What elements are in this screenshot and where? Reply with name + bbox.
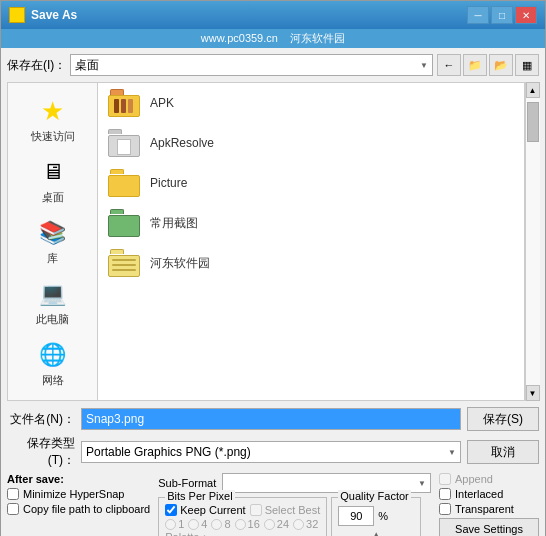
new-folder-button[interactable]: 📂 (489, 54, 513, 76)
folder-up-button[interactable]: 📁 (463, 54, 487, 76)
file-list-scroll: APK ApkResolve (98, 83, 524, 400)
copy-path-option[interactable]: Copy file path to clipboard (7, 503, 150, 515)
back-button[interactable]: ← (437, 54, 461, 76)
sidebar-item-label-network: 网络 (42, 373, 64, 388)
view-button[interactable]: ▦ (515, 54, 539, 76)
after-save-label: After save: (7, 473, 150, 485)
middle-section: Sub-Format ▼ Bits Per Pixel Keep Curren (158, 473, 431, 536)
file-name-hedong: 河东软件园 (150, 255, 210, 272)
bits-1-option[interactable]: 1 (165, 518, 184, 530)
minimize-option[interactable]: Minimize HyperSnap (7, 488, 150, 500)
palette-label-row: Palette： (165, 530, 320, 536)
maximize-button[interactable]: □ (491, 6, 513, 24)
quality-unit: % (378, 510, 388, 522)
list-item[interactable]: 河东软件园 (98, 243, 524, 283)
quick-access-icon: ★ (37, 95, 69, 127)
bits-4-radio[interactable] (188, 519, 199, 530)
quality-group: Quality Factor % ▲ ▼ (331, 497, 421, 536)
watermark-text: www.pc0359.cn (201, 32, 278, 44)
bits-24-option[interactable]: 24 (264, 518, 289, 530)
sidebar-item-label-desktop: 桌面 (42, 190, 64, 205)
save-button[interactable]: 保存(S) (467, 407, 539, 431)
bits-8-option[interactable]: 8 (211, 518, 230, 530)
quality-input[interactable] (338, 506, 374, 526)
sidebar-item-this-pc[interactable]: 💻 此电脑 (15, 274, 91, 331)
right-options: Append Interlaced Transparent Save Setti… (439, 473, 539, 536)
location-bar: 保存在(I)： 桌面 ▼ ← 📁 📂 ▦ (7, 54, 539, 76)
append-checkbox[interactable] (439, 473, 451, 485)
location-combo[interactable]: 桌面 ▼ (70, 54, 433, 76)
folder-picture-icon (108, 169, 140, 197)
scroll-up-button[interactable]: ▲ (526, 82, 540, 98)
location-value: 桌面 (75, 57, 99, 74)
save-settings-button[interactable]: Save Settings (439, 518, 539, 536)
bits-32-label: 32 (306, 518, 318, 530)
file-name-screenshot: 常用截图 (150, 215, 198, 232)
file-name-picture: Picture (150, 176, 187, 190)
interlaced-checkbox[interactable] (439, 488, 451, 500)
filetype-combo[interactable]: Portable Graphics PNG (*.png) ▼ (81, 441, 461, 463)
list-item[interactable]: APK (98, 83, 524, 123)
transparent-checkbox[interactable] (439, 503, 451, 515)
slider-up-button[interactable]: ▲ (372, 530, 380, 536)
bits-32-option[interactable]: 32 (293, 518, 318, 530)
bits-32-radio[interactable] (293, 519, 304, 530)
cancel-button[interactable]: 取消 (467, 440, 539, 464)
bits-24-radio[interactable] (264, 519, 275, 530)
sidebar-item-label-quick-access: 快速访问 (31, 129, 75, 144)
sidebar-item-quick-access[interactable]: ★ 快速访问 (15, 91, 91, 148)
keep-current-checkbox[interactable] (165, 504, 177, 516)
list-item[interactable]: ApkResolve (98, 123, 524, 163)
form-area: 文件名(N)： 保存(S) 保存类型(T)： Portable Graphics… (7, 407, 539, 469)
bits-16-label: 16 (248, 518, 260, 530)
scroll-track (526, 98, 540, 385)
scroll-down-button[interactable]: ▼ (526, 385, 540, 401)
file-list-area: APK ApkResolve (97, 82, 525, 401)
filetype-label: 保存类型(T)： (7, 435, 75, 469)
subformat-label: Sub-Format (158, 477, 216, 489)
palette-section: Palette： Optimized Std. Windows (165, 530, 320, 536)
location-arrow-icon: ▼ (420, 61, 428, 70)
folder-hedong-icon (108, 249, 140, 277)
list-item[interactable]: Picture (98, 163, 524, 203)
bits-4-label: 4 (201, 518, 207, 530)
bits-group: Bits Per Pixel Keep Current Select Best (158, 497, 327, 536)
after-save-options: After save: Minimize HyperSnap Copy file… (7, 473, 150, 515)
filename-label: 文件名(N)： (7, 411, 75, 428)
list-item[interactable]: 常用截图 (98, 203, 524, 243)
bits-legend: Bits Per Pixel (165, 490, 234, 502)
transparent-option[interactable]: Transparent (439, 503, 539, 515)
toolbar-icons: ← 📁 📂 ▦ (437, 54, 539, 76)
sidebar-item-library[interactable]: 📚 库 (15, 213, 91, 270)
keep-current-check[interactable]: Keep Current (165, 504, 245, 516)
sidebar: ★ 快速访问 🖥 桌面 📚 库 💻 此电脑 🌐 网络 (7, 82, 97, 401)
append-label: Append (455, 473, 493, 485)
title-bar-left: Save As (9, 7, 77, 23)
append-option[interactable]: Append (439, 473, 539, 485)
filetype-row: 保存类型(T)： Portable Graphics PNG (*.png) ▼… (7, 435, 539, 469)
bits-quality-row: Bits Per Pixel Keep Current Select Best (158, 497, 431, 536)
minimize-checkbox[interactable] (7, 488, 19, 500)
bits-4-option[interactable]: 4 (188, 518, 207, 530)
sidebar-item-label-library: 库 (47, 251, 58, 266)
sidebar-item-network[interactable]: 🌐 网络 (15, 335, 91, 392)
scroll-thumb[interactable] (527, 102, 539, 142)
interlaced-option[interactable]: Interlaced (439, 488, 539, 500)
minimize-label: Minimize HyperSnap (23, 488, 124, 500)
close-button[interactable]: ✕ (515, 6, 537, 24)
title-bar: Save As ─ □ ✕ (1, 1, 545, 29)
select-best-checkbox[interactable] (250, 504, 262, 516)
folder-screenshot-icon (108, 209, 140, 237)
filename-input[interactable] (81, 408, 461, 430)
bits-16-radio[interactable] (235, 519, 246, 530)
filename-row: 文件名(N)： 保存(S) (7, 407, 539, 431)
copy-path-checkbox[interactable] (7, 503, 19, 515)
desktop-icon: 🖥 (37, 156, 69, 188)
sidebar-item-desktop[interactable]: 🖥 桌面 (15, 152, 91, 209)
select-best-check[interactable]: Select Best (250, 504, 321, 516)
copy-path-label: Copy file path to clipboard (23, 503, 150, 515)
minimize-button[interactable]: ─ (467, 6, 489, 24)
bits-16-option[interactable]: 16 (235, 518, 260, 530)
bits-1-radio[interactable] (165, 519, 176, 530)
bits-8-radio[interactable] (211, 519, 222, 530)
